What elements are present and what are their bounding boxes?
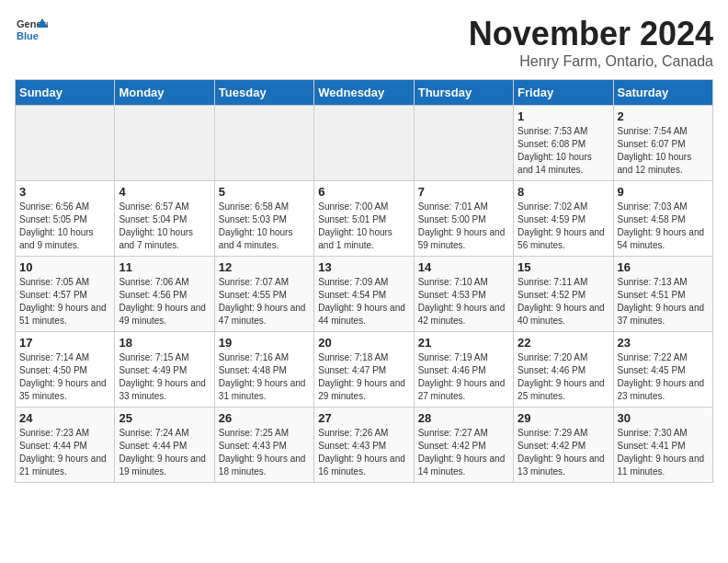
- calendar-cell: 6Sunrise: 7:00 AM Sunset: 5:01 PM Daylig…: [314, 181, 414, 257]
- day-number: 22: [518, 336, 609, 350]
- week-row-1: 1Sunrise: 7:53 AM Sunset: 6:08 PM Daylig…: [16, 106, 713, 181]
- calendar-cell: 13Sunrise: 7:09 AM Sunset: 4:54 PM Dayli…: [314, 257, 414, 332]
- title-area: November 2024 Henry Farm, Ontario, Canad…: [469, 15, 713, 70]
- calendar-cell: 21Sunrise: 7:19 AM Sunset: 4:46 PM Dayli…: [414, 332, 513, 408]
- calendar-cell: 10Sunrise: 7:05 AM Sunset: 4:57 PM Dayli…: [16, 257, 115, 332]
- calendar-cell: 29Sunrise: 7:29 AM Sunset: 4:42 PM Dayli…: [514, 408, 613, 483]
- calendar-cell: 11Sunrise: 7:06 AM Sunset: 4:56 PM Dayli…: [115, 257, 214, 332]
- day-number: 29: [518, 411, 609, 425]
- day-number: 9: [618, 185, 709, 199]
- logo-svg: General Blue: [15, 15, 48, 48]
- calendar-cell: 4Sunrise: 6:57 AM Sunset: 5:04 PM Daylig…: [115, 181, 214, 257]
- day-header-friday: Friday: [514, 80, 613, 106]
- calendar-cell: 8Sunrise: 7:02 AM Sunset: 4:59 PM Daylig…: [514, 181, 613, 257]
- week-row-5: 24Sunrise: 7:23 AM Sunset: 4:44 PM Dayli…: [16, 408, 713, 483]
- calendar-cell: 19Sunrise: 7:16 AM Sunset: 4:48 PM Dayli…: [214, 332, 313, 408]
- calendar-table: SundayMondayTuesdayWednesdayThursdayFrid…: [15, 79, 713, 483]
- day-number: 5: [219, 185, 310, 199]
- day-number: 12: [219, 260, 310, 274]
- calendar-cell: 18Sunrise: 7:15 AM Sunset: 4:49 PM Dayli…: [115, 332, 214, 408]
- day-header-wednesday: Wednesday: [314, 80, 414, 106]
- week-row-2: 3Sunrise: 6:56 AM Sunset: 5:05 PM Daylig…: [16, 181, 713, 257]
- day-info: Sunrise: 7:29 AM Sunset: 4:42 PM Dayligh…: [518, 427, 609, 478]
- calendar-cell: 23Sunrise: 7:22 AM Sunset: 4:45 PM Dayli…: [613, 332, 712, 408]
- location-subtitle: Henry Farm, Ontario, Canada: [469, 53, 713, 70]
- calendar-cell: 7Sunrise: 7:01 AM Sunset: 5:00 PM Daylig…: [414, 181, 513, 257]
- day-header-sunday: Sunday: [16, 80, 115, 106]
- day-info: Sunrise: 7:06 AM Sunset: 4:56 PM Dayligh…: [119, 276, 210, 327]
- day-info: Sunrise: 7:01 AM Sunset: 5:00 PM Dayligh…: [418, 201, 509, 252]
- day-info: Sunrise: 7:26 AM Sunset: 4:43 PM Dayligh…: [318, 427, 409, 478]
- day-number: 11: [119, 260, 210, 274]
- day-number: 21: [418, 336, 509, 350]
- day-number: 14: [418, 260, 509, 274]
- calendar-cell: 27Sunrise: 7:26 AM Sunset: 4:43 PM Dayli…: [314, 408, 414, 483]
- calendar-cell: 22Sunrise: 7:20 AM Sunset: 4:46 PM Dayli…: [514, 332, 613, 408]
- day-number: 10: [19, 260, 110, 274]
- day-number: 16: [618, 260, 709, 274]
- calendar-cell: 30Sunrise: 7:30 AM Sunset: 4:41 PM Dayli…: [613, 408, 712, 483]
- day-info: Sunrise: 7:22 AM Sunset: 4:45 PM Dayligh…: [618, 351, 709, 403]
- day-info: Sunrise: 7:11 AM Sunset: 4:52 PM Dayligh…: [518, 276, 609, 327]
- day-info: Sunrise: 6:56 AM Sunset: 5:05 PM Dayligh…: [19, 201, 110, 252]
- day-info: Sunrise: 7:18 AM Sunset: 4:47 PM Dayligh…: [318, 351, 409, 403]
- day-number: 7: [418, 185, 509, 199]
- day-info: Sunrise: 7:25 AM Sunset: 4:43 PM Dayligh…: [219, 427, 310, 478]
- day-number: 26: [219, 411, 310, 425]
- day-info: Sunrise: 7:15 AM Sunset: 4:49 PM Dayligh…: [119, 351, 210, 403]
- day-header-monday: Monday: [115, 80, 214, 106]
- day-number: 18: [119, 336, 210, 350]
- calendar-cell: 15Sunrise: 7:11 AM Sunset: 4:52 PM Dayli…: [514, 257, 613, 332]
- day-info: Sunrise: 7:20 AM Sunset: 4:46 PM Dayligh…: [518, 351, 609, 403]
- calendar-cell: 24Sunrise: 7:23 AM Sunset: 4:44 PM Dayli…: [16, 408, 115, 483]
- day-info: Sunrise: 7:24 AM Sunset: 4:44 PM Dayligh…: [119, 427, 210, 478]
- day-number: 25: [119, 411, 210, 425]
- day-info: Sunrise: 6:57 AM Sunset: 5:04 PM Dayligh…: [119, 201, 210, 252]
- day-number: 19: [219, 336, 310, 350]
- calendar-cell: [414, 106, 513, 181]
- calendar-cell: 9Sunrise: 7:03 AM Sunset: 4:58 PM Daylig…: [613, 181, 712, 257]
- logo: General Blue: [15, 15, 48, 48]
- day-info: Sunrise: 7:03 AM Sunset: 4:58 PM Dayligh…: [618, 201, 709, 252]
- day-info: Sunrise: 7:10 AM Sunset: 4:53 PM Dayligh…: [418, 276, 509, 327]
- calendar-cell: 17Sunrise: 7:14 AM Sunset: 4:50 PM Dayli…: [16, 332, 115, 408]
- day-number: 24: [19, 411, 110, 425]
- calendar-cell: 2Sunrise: 7:54 AM Sunset: 6:07 PM Daylig…: [613, 106, 712, 181]
- calendar-cell: 1Sunrise: 7:53 AM Sunset: 6:08 PM Daylig…: [514, 106, 613, 181]
- day-info: Sunrise: 7:02 AM Sunset: 4:59 PM Dayligh…: [518, 201, 609, 252]
- day-number: 20: [318, 336, 409, 350]
- day-number: 28: [418, 411, 509, 425]
- day-number: 1: [518, 109, 609, 123]
- calendar-cell: 28Sunrise: 7:27 AM Sunset: 4:42 PM Dayli…: [414, 408, 513, 483]
- day-info: Sunrise: 7:09 AM Sunset: 4:54 PM Dayligh…: [318, 276, 409, 327]
- day-header-thursday: Thursday: [414, 80, 513, 106]
- day-info: Sunrise: 7:27 AM Sunset: 4:42 PM Dayligh…: [418, 427, 509, 478]
- calendar-cell: 25Sunrise: 7:24 AM Sunset: 4:44 PM Dayli…: [115, 408, 214, 483]
- day-number: 2: [618, 109, 709, 123]
- day-info: Sunrise: 7:19 AM Sunset: 4:46 PM Dayligh…: [418, 351, 509, 403]
- day-info: Sunrise: 7:23 AM Sunset: 4:44 PM Dayligh…: [19, 427, 110, 478]
- day-info: Sunrise: 7:13 AM Sunset: 4:51 PM Dayligh…: [618, 276, 709, 327]
- calendar-cell: 20Sunrise: 7:18 AM Sunset: 4:47 PM Dayli…: [314, 332, 414, 408]
- day-number: 8: [518, 185, 609, 199]
- week-row-4: 17Sunrise: 7:14 AM Sunset: 4:50 PM Dayli…: [16, 332, 713, 408]
- day-info: Sunrise: 6:58 AM Sunset: 5:03 PM Dayligh…: [219, 201, 310, 252]
- day-number: 30: [618, 411, 709, 425]
- day-header-tuesday: Tuesday: [214, 80, 313, 106]
- day-number: 13: [318, 260, 409, 274]
- calendar-cell: [115, 106, 214, 181]
- calendar-cell: [214, 106, 313, 181]
- day-info: Sunrise: 7:00 AM Sunset: 5:01 PM Dayligh…: [318, 201, 409, 252]
- day-info: Sunrise: 7:54 AM Sunset: 6:07 PM Dayligh…: [618, 125, 709, 177]
- calendar-cell: [16, 106, 115, 181]
- day-info: Sunrise: 7:16 AM Sunset: 4:48 PM Dayligh…: [219, 351, 310, 403]
- calendar-cell: 26Sunrise: 7:25 AM Sunset: 4:43 PM Dayli…: [214, 408, 313, 483]
- day-number: 27: [318, 411, 409, 425]
- svg-text:Blue: Blue: [17, 30, 39, 41]
- calendar-cell: 12Sunrise: 7:07 AM Sunset: 4:55 PM Dayli…: [214, 257, 313, 332]
- calendar-cell: [314, 106, 414, 181]
- calendar-cell: 5Sunrise: 6:58 AM Sunset: 5:03 PM Daylig…: [214, 181, 313, 257]
- day-number: 4: [119, 185, 210, 199]
- week-row-3: 10Sunrise: 7:05 AM Sunset: 4:57 PM Dayli…: [16, 257, 713, 332]
- header: General Blue November 2024 Henry Farm, O…: [15, 15, 713, 70]
